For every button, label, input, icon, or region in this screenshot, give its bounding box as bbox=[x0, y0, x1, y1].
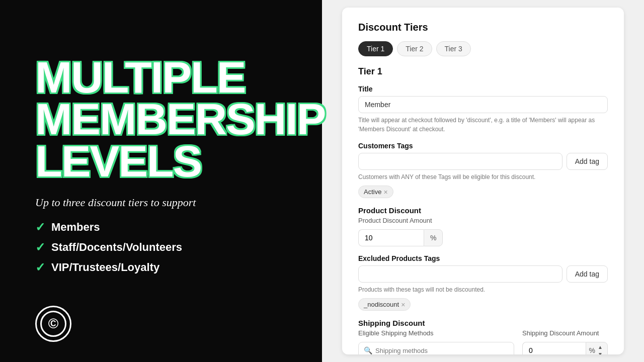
shipping-percent-label: % bbox=[589, 346, 595, 354]
excluded-products-add-button[interactable]: Add tag bbox=[567, 265, 608, 283]
main-title: MULTIPLEMEMBERSHIPLEVELS bbox=[35, 56, 287, 183]
logo-inner-circle: © bbox=[40, 311, 66, 337]
product-discount-group: Product Discount Product Discount Amount… bbox=[358, 206, 608, 246]
shipping-methods-wrap: Eligible Shipping Methods 🔍 bbox=[358, 329, 514, 354]
customer-tags-group: Customers Tags Add tag Customers with AN… bbox=[358, 142, 608, 198]
shipping-amount-row: % ▲ ▼ bbox=[522, 342, 608, 354]
product-discount-suffix: % bbox=[424, 229, 443, 246]
tier-tabs: Tier 1 Tier 2 Tier 3 bbox=[358, 41, 608, 56]
shipping-methods-search[interactable]: 🔍 bbox=[358, 342, 514, 354]
subtitle: Up to three discount tiers to support bbox=[35, 196, 287, 209]
tag-chip-active: Active × bbox=[358, 186, 393, 198]
product-discount-input[interactable] bbox=[358, 229, 424, 246]
tag-chip-active-remove[interactable]: × bbox=[383, 189, 387, 196]
spinner-down-button[interactable]: ▼ bbox=[596, 350, 604, 354]
tag-chip-nodiscount-remove[interactable]: × bbox=[401, 301, 405, 308]
check-icon-members: ✓ bbox=[35, 220, 45, 234]
customer-tags-hint: Customers with ANY of these Tags will be… bbox=[358, 172, 608, 182]
shipping-discount-input[interactable] bbox=[522, 342, 586, 354]
tag-chip-nodiscount-label: _nodiscount bbox=[364, 301, 399, 308]
product-discount-amount-row: % bbox=[358, 229, 449, 246]
excluded-products-group: Excluded Products Tags Add tag Products … bbox=[358, 254, 608, 311]
product-discount-title: Product Discount bbox=[358, 206, 608, 215]
excluded-products-tags-container: _nodiscount × bbox=[358, 298, 608, 311]
logo: © bbox=[35, 306, 71, 342]
excluded-products-input-wrap: Add tag bbox=[358, 265, 608, 283]
feature-item-vip: ✓ VIP/Trustees/Loyalty bbox=[35, 260, 287, 275]
tier-section-title: Tier 1 bbox=[358, 66, 608, 77]
feature-label-members: Members bbox=[51, 221, 100, 234]
search-icon: 🔍 bbox=[364, 346, 372, 354]
discount-tiers-card: Discount Tiers Tier 1 Tier 2 Tier 3 Tier… bbox=[342, 8, 624, 354]
shipping-methods-input[interactable] bbox=[375, 347, 509, 354]
check-icon-vip: ✓ bbox=[35, 260, 45, 275]
excluded-products-input[interactable] bbox=[358, 265, 562, 283]
tab-tier1[interactable]: Tier 1 bbox=[358, 41, 393, 56]
customer-tags-container: Active × bbox=[358, 186, 608, 198]
shipping-discount-title: Shipping Discount bbox=[358, 319, 608, 327]
shipping-suffix-wrap: % ▲ ▼ bbox=[586, 342, 608, 354]
tab-tier2[interactable]: Tier 2 bbox=[397, 41, 432, 56]
logo-c-icon: © bbox=[48, 316, 59, 332]
title-hint: Title will appear at checkout followed b… bbox=[358, 116, 608, 134]
logo-outer-circle: © bbox=[35, 306, 71, 342]
check-icon-staff: ✓ bbox=[35, 240, 45, 254]
feature-label-vip: VIP/Trustees/Loyalty bbox=[51, 261, 159, 274]
title-field-group: Title Title will appear at checkout foll… bbox=[358, 85, 608, 134]
spinner-buttons: ▲ ▼ bbox=[596, 343, 604, 354]
customer-tags-label: Customers Tags bbox=[358, 142, 608, 150]
tab-tier3[interactable]: Tier 3 bbox=[436, 41, 471, 56]
tag-chip-active-label: Active bbox=[364, 188, 381, 196]
feature-label-staff: Staff/Docents/Volunteers bbox=[51, 241, 182, 254]
customer-tags-add-button[interactable]: Add tag bbox=[567, 153, 608, 170]
feature-item-members: ✓ Members bbox=[35, 220, 287, 234]
shipping-discount-row: Eligible Shipping Methods 🔍 Shipping Dis… bbox=[358, 329, 608, 354]
shipping-discount-group: Shipping Discount Eligible Shipping Meth… bbox=[358, 319, 608, 354]
feature-list: ✓ Members ✓ Staff/Docents/Volunteers ✓ V… bbox=[35, 220, 287, 281]
shipping-discount-amount-wrap: Shipping Discount Amount % ▲ ▼ bbox=[522, 329, 608, 354]
customer-tags-input[interactable] bbox=[358, 153, 562, 170]
spinner-up-button[interactable]: ▲ bbox=[596, 343, 604, 350]
eligible-shipping-label: Eligible Shipping Methods bbox=[358, 329, 514, 337]
feature-item-staff: ✓ Staff/Docents/Volunteers bbox=[35, 240, 287, 254]
shipping-discount-amount-label: Shipping Discount Amount bbox=[522, 329, 608, 337]
customer-tags-input-wrap: Add tag bbox=[358, 153, 608, 170]
tag-chip-nodiscount: _nodiscount × bbox=[358, 298, 411, 311]
title-label: Title bbox=[358, 85, 608, 93]
excluded-products-label: Excluded Products Tags bbox=[358, 254, 608, 262]
excluded-products-hint: Products with these tags will not be dis… bbox=[358, 285, 608, 294]
title-input[interactable] bbox=[358, 96, 608, 113]
right-panel: Discount Tiers Tier 1 Tier 2 Tier 3 Tier… bbox=[322, 0, 644, 362]
product-discount-amount-label: Product Discount Amount bbox=[358, 217, 608, 224]
card-title: Discount Tiers bbox=[358, 22, 608, 33]
left-panel: MULTIPLEMEMBERSHIPLEVELS Up to three dis… bbox=[0, 0, 322, 362]
